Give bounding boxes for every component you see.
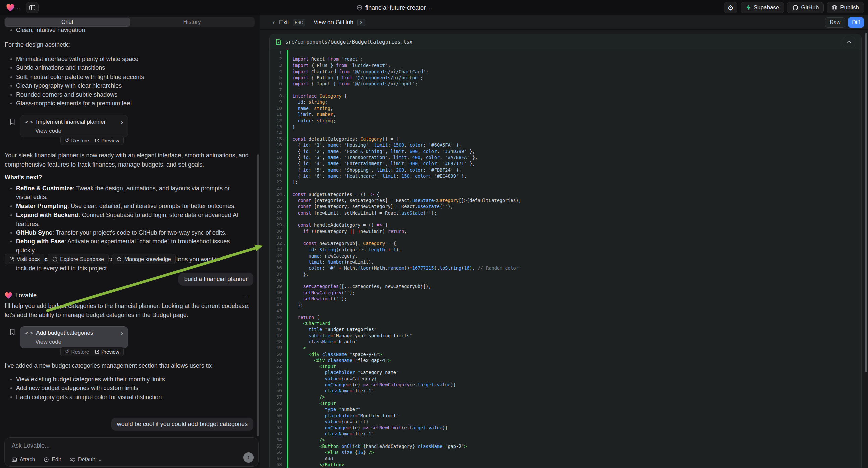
sidebar-toggle-button[interactable]: [26, 2, 39, 13]
line-number: 39: [270, 283, 282, 289]
code-line-text: [288, 277, 292, 283]
code-line-text: <ChartCard: [288, 320, 331, 326]
fold-slot: [282, 449, 286, 455]
fold-chevron-icon[interactable]: ⌄: [282, 240, 286, 246]
fold-slot: [282, 326, 286, 332]
intro-bullet-list: Clean, intuitive navigation: [5, 26, 243, 34]
logo-chevron-down-icon[interactable]: ⌄: [17, 5, 21, 10]
manage-knowledge-label: Manage knowledge: [124, 256, 171, 262]
view-code-link[interactable]: View code: [21, 339, 128, 346]
code-line: 30 if (!newCategory || !newLimit) return…: [270, 228, 861, 234]
github-button[interactable]: GitHub: [787, 2, 824, 13]
edit-mode-button[interactable]: Edit: [43, 457, 61, 463]
code-line: 62 onChange={(e) => setNewLimit(e.target…: [270, 425, 861, 431]
code-line: 35 limit: Number(newLimit),: [270, 259, 861, 265]
image-attach-icon: [12, 457, 17, 462]
fold-chevron-icon[interactable]: ⌄: [282, 136, 286, 142]
line-number: 4: [270, 68, 282, 75]
explore-supabase-button[interactable]: Explore Supabase: [48, 254, 109, 264]
fold-slot: [282, 320, 286, 326]
settings-button[interactable]: ⚙: [724, 2, 738, 13]
preview-button[interactable]: Preview: [92, 347, 122, 356]
code-editor[interactable]: 12import React from 'react';3import { Pl…: [270, 50, 861, 468]
bookmark-icon[interactable]: [9, 118, 16, 125]
code-line: 6import { Input } from '@/components/ui/…: [270, 81, 861, 87]
fold-slot: [282, 99, 286, 105]
fold-chevron-icon[interactable]: ⌄: [282, 192, 286, 197]
list-item-text: Add new budget categories with custom li…: [16, 384, 138, 392]
code-line-text: };: [288, 271, 309, 277]
code-line: 44 return (: [270, 314, 861, 320]
code-line-text: name: newCategory,: [288, 253, 358, 259]
visit-docs-label: Visit docs: [17, 256, 39, 262]
list-item-text: Subtle animations and transitions: [16, 63, 105, 72]
code-line-text: [288, 216, 292, 222]
code-line-text: value={newCategory}: [288, 376, 377, 382]
fold-slot: [282, 406, 286, 412]
view-code-link[interactable]: View code: [21, 127, 128, 134]
line-number: 1: [270, 50, 282, 56]
fold-slot: [282, 443, 286, 449]
view-on-github-button[interactable]: View on GitHub: [314, 19, 353, 26]
preview-label: Preview: [101, 349, 119, 354]
manage-knowledge-button[interactable]: Manage knowledge: [112, 254, 176, 264]
code-line-text: <Button onClick={handleAddCategory} clas…: [288, 443, 467, 449]
fold-slot: [282, 112, 286, 117]
preview-button[interactable]: Preview: [92, 136, 122, 145]
fold-slot: [282, 290, 286, 296]
raw-toggle-button[interactable]: Raw: [825, 18, 845, 28]
chevron-right-icon[interactable]: ›: [121, 118, 123, 125]
file-added-icon: [276, 39, 281, 45]
chat-scrollbar[interactable]: [257, 154, 259, 436]
model-selector[interactable]: Default ⌄: [70, 457, 102, 463]
restore-button[interactable]: ↺ Restore: [62, 347, 92, 356]
target-icon: [43, 457, 49, 462]
fold-chevron-icon[interactable]: ⌄: [282, 222, 286, 228]
fold-slot: [282, 247, 286, 253]
code-line-text: const [newLimit, setNewLimit] = React.us…: [288, 210, 437, 216]
code-line: 65 <Button onClick={handleAddCategory} c…: [270, 443, 861, 449]
project-selector[interactable]: financial-future-creator ⌄: [356, 0, 433, 16]
code-line: 41 setNewLimit('');: [270, 296, 861, 302]
diff-toggle-button[interactable]: Diff: [848, 18, 864, 28]
exit-button[interactable]: Exit: [279, 19, 288, 26]
collapse-file-button[interactable]: [842, 37, 855, 47]
code-line: 4import ChartCard from '@/components/ui/…: [270, 68, 861, 75]
list-item: Each category gets a unique color for vi…: [5, 393, 243, 402]
line-number: 65: [270, 443, 282, 449]
send-button[interactable]: ↑: [243, 452, 254, 463]
github-icon: [792, 5, 798, 11]
restore-button[interactable]: ↺ Restore: [62, 136, 92, 145]
message-menu-button[interactable]: …: [243, 292, 249, 299]
line-number: 24: [270, 192, 282, 197]
chevron-right-icon[interactable]: ›: [121, 329, 123, 337]
line-number: 63: [270, 431, 282, 437]
visit-docs-button[interactable]: Visit docs: [5, 254, 44, 264]
attach-button[interactable]: Attach: [12, 457, 35, 463]
code-line: 64 />: [270, 437, 861, 443]
code-line-text: title="Budget Categories": [288, 326, 377, 332]
version-card-add-budget-categories[interactable]: < > Add budget categories › View code: [20, 326, 128, 349]
line-number: 28: [270, 216, 282, 222]
chat-input-box[interactable]: Ask Lovable... Attach Edit: [4, 437, 259, 467]
code-panel-scrollbar[interactable]: [865, 33, 867, 372]
supabase-button[interactable]: Supabase: [741, 2, 784, 13]
version-card-title-row: < > Add budget categories ›: [21, 327, 128, 339]
line-number: 23: [270, 185, 282, 192]
fold-slot: [282, 56, 286, 62]
code-line: 14: [270, 130, 861, 136]
fold-chevron-icon[interactable]: ⌄: [282, 93, 286, 99]
lovable-logo-icon[interactable]: [6, 4, 15, 12]
version-card-implement-financial-planner[interactable]: < > Implement financial planner › View c…: [20, 115, 128, 137]
line-number: 48: [270, 339, 282, 345]
fold-slot: [282, 124, 286, 130]
bullet-dot-icon: [10, 241, 12, 242]
bullet-dot-icon: [10, 387, 12, 389]
file-header[interactable]: src/components/budget/BudgetCategories.t…: [270, 34, 861, 50]
restore-icon: ↺: [65, 349, 69, 354]
design-aesthetic-heading: For the design aesthetic:: [5, 40, 250, 49]
bookmark-icon[interactable]: [9, 328, 16, 336]
publish-button[interactable]: Publish: [827, 2, 864, 13]
project-chevron-down-icon: ⌄: [429, 5, 433, 10]
line-number: 61: [270, 419, 282, 425]
